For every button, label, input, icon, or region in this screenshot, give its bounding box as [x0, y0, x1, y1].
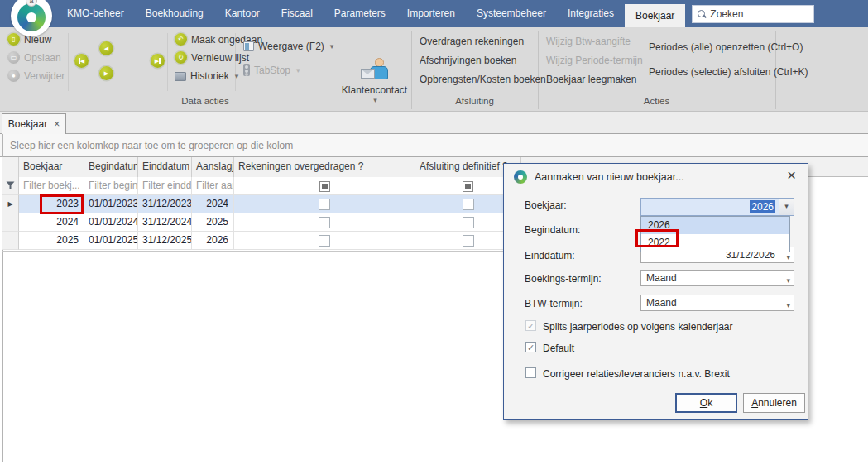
filter-einddatum[interactable]: Filter einddat... [138, 177, 192, 195]
cell-aanslagjaar[interactable]: 2025 [192, 213, 234, 232]
checkbox-afsluiting-row3[interactable] [463, 235, 474, 247]
check-icon: ✓ [526, 321, 535, 331]
dialog-close-icon[interactable]: × [787, 167, 796, 184]
document-tab-boekjaar[interactable]: Boekjaar × [2, 113, 66, 134]
checkbox-rekeningen-row1[interactable] [319, 199, 330, 210]
splits-jaarperiodes-label: Splits jaarperiodes op volgens kalenderj… [543, 321, 732, 333]
vernieuw-lijst-button[interactable]: ↻Vernieuw lijst [175, 51, 249, 64]
column-header-begindatum[interactable]: Begindatum [84, 157, 138, 177]
cell-begindatum[interactable]: 01/01/2023 [84, 195, 138, 213]
tab-fiscaal[interactable]: Fiscaal [271, 0, 324, 27]
column-header-boekjaar[interactable]: Boekjaar [19, 157, 84, 177]
nav-next-button[interactable]: ▶ [99, 66, 113, 80]
row-indicator [2, 213, 19, 232]
btw-termijn-field[interactable]: Maand ▾ [640, 295, 794, 311]
cell-begindatum[interactable]: 01/01/2024 [84, 213, 138, 232]
column-header-rekeningen-overgedragen[interactable]: Rekeningen overgedragen ? [234, 157, 415, 177]
combo-arrow-icon[interactable]: ▾ [786, 273, 790, 288]
cell-einddatum[interactable]: 31/12/2023 [138, 195, 192, 213]
chevron-down-icon: ▾ [235, 72, 239, 80]
header-indicator-cell [2, 157, 19, 177]
boekjaar-combobox[interactable]: 2026 ▾ [640, 198, 794, 216]
wijzig-btw-aangifte-button[interactable]: Wijzig Btw-aangifte [546, 36, 631, 47]
filter-aanslagjaar[interactable]: Filter aansla... [192, 177, 234, 195]
annuleren-button[interactable]: Annuleren [743, 393, 805, 413]
ribbon-tab-bar: KMO-beheer Boekhouding Kantoor Fiscaal P… [0, 0, 868, 27]
new-icon: ▯ [7, 33, 20, 46]
brexit-checkbox[interactable] [525, 367, 536, 378]
column-header-einddatum[interactable]: Einddatum [138, 157, 192, 177]
combo-dropdown-button[interactable]: ▾ [779, 199, 794, 215]
default-checkbox[interactable]: ✓ [525, 342, 536, 352]
tab-boekjaar-active[interactable]: Boekjaar [625, 4, 685, 27]
afschrijvingen-boeken-button[interactable]: Afschrijvingen boeken [420, 55, 516, 66]
tab-integraties[interactable]: Integraties [557, 0, 625, 27]
weergave-button[interactable]: Weergave (F2)▾ [243, 41, 333, 52]
boekings-termijn-label: Boekings-termijn: [525, 273, 602, 285]
boekjaar-leegmaken-button[interactable]: Boekjaar leegmaken [546, 74, 636, 85]
tab-systeembeheer[interactable]: Systeembeheer [466, 0, 557, 27]
grid-bottom-border [2, 251, 521, 252]
begindatum-label: Begindatum: [525, 224, 580, 236]
logo-swirl-icon [17, 3, 46, 31]
ok-button[interactable]: Ok [675, 393, 737, 413]
filter-boekjaar[interactable]: Filter boekj... [19, 177, 84, 195]
last-bar-icon [159, 58, 161, 64]
chevron-down-icon: ▾ [330, 42, 334, 50]
historiek-button[interactable]: Historiek▾ [175, 70, 238, 82]
verwijder-button[interactable]: ●Verwijder [7, 70, 65, 82]
app-swirl-icon [514, 170, 527, 184]
tab-importeren[interactable]: Importeren [396, 0, 466, 27]
column-header-aanslagjaar[interactable]: Aanslagjaar [192, 157, 234, 177]
tab-boekhouding[interactable]: Boekhouding [135, 0, 214, 27]
overdragen-rekeningen-button[interactable]: Overdragen rekeningen [420, 36, 524, 47]
filter-begindatum[interactable]: Filter begind... [84, 177, 138, 195]
wijzig-periode-termijn-button[interactable]: Wijzig Periode-termijn [546, 55, 643, 66]
checkbox-afsluiting-row2[interactable] [463, 217, 474, 228]
group-by-bar[interactable]: Sleep hier een kolomkop naar toe om te g… [0, 134, 868, 157]
cell-boekjaar[interactable]: 2024 [19, 213, 84, 232]
separator [68, 33, 69, 91]
combo-arrow-icon[interactable]: ▾ [786, 298, 790, 313]
delete-icon: ● [7, 70, 20, 82]
traffic-light-icon [243, 64, 250, 76]
boekings-termijn-field[interactable]: Maand ▾ [640, 270, 794, 286]
highlight-box-2023-cell [40, 194, 84, 214]
filter-checkbox-rekeningen[interactable] [319, 181, 330, 192]
default-label: Default [543, 343, 574, 354]
checkbox-rekeningen-row2[interactable] [319, 217, 330, 228]
search-input[interactable] [710, 8, 808, 20]
btw-termijn-label: BTW-termijn: [525, 298, 583, 309]
nav-previous-button[interactable]: ◀ [99, 41, 113, 55]
cell-boekjaar[interactable]: 2025 [19, 232, 84, 250]
brexit-label: Corrigeer relaties/leveranciers n.a.v. B… [543, 368, 730, 380]
cell-begindatum[interactable]: 01/01/2025 [84, 232, 138, 250]
search-icon [697, 9, 707, 19]
cell-aanslagjaar[interactable]: 2026 [192, 232, 234, 250]
tabstop-button[interactable]: TabStop▾ [243, 64, 300, 76]
tab-close-icon[interactable]: × [54, 118, 60, 130]
nav-last-button[interactable]: ▶ [151, 54, 165, 68]
search-box[interactable] [692, 5, 814, 23]
periodes-afsluiten-button[interactable]: Periodes (selectie) afsluiten (Ctrl+K) [649, 66, 808, 78]
cell-einddatum[interactable]: 31/12/2024 [138, 213, 192, 232]
periodes-openzetten-button[interactable]: Periodes (alle) openzetten (Ctrl+O) [649, 41, 803, 53]
group-caption-data-acties: Data acties [122, 96, 288, 106]
filter-checkbox-afsluiting[interactable] [463, 181, 473, 192]
opbrengsten-kosten-boeken-button[interactable]: Opbrengsten/Kosten boeken [420, 74, 546, 85]
group-caption-afsluiting: Afsluiting [411, 96, 538, 106]
cell-einddatum[interactable]: 31/12/2025 [138, 232, 192, 250]
row-indicator-selected: ▶ [2, 195, 19, 213]
splits-jaarperiodes-checkbox[interactable]: ✓ [525, 320, 536, 331]
chevron-down-icon: ▾ [339, 96, 411, 104]
nav-first-button[interactable]: ◀ [74, 54, 89, 68]
checkbox-rekeningen-row3[interactable] [319, 235, 330, 247]
opslaan-button[interactable]: ▭Opslaan [7, 51, 61, 64]
klantencontact-button[interactable]: Klantencontact ▾ [338, 58, 411, 104]
boekjaar-selected-value: 2026 [750, 200, 775, 213]
tab-kmo-beheer[interactable]: KMO-beheer [56, 0, 135, 27]
tab-kantoor[interactable]: Kantoor [214, 0, 271, 27]
tab-parameters[interactable]: Parameters [324, 0, 396, 27]
checkbox-afsluiting-row1[interactable] [463, 199, 474, 210]
cell-aanslagjaar[interactable]: 2024 [192, 195, 234, 213]
